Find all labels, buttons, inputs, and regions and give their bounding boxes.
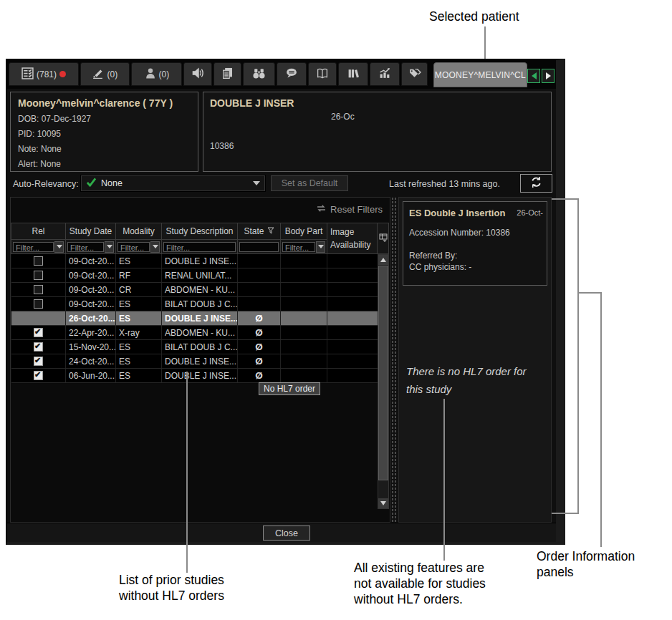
- chat-button[interactable]: [277, 62, 307, 86]
- sign-button[interactable]: (0): [80, 62, 130, 86]
- annotation-line-prior-studies: [186, 372, 188, 573]
- reset-filters-button[interactable]: Reset Filters: [316, 204, 383, 215]
- order-date: 26-Oct-: [517, 208, 543, 217]
- last-refreshed-status: Last refreshed 13 mins ago.: [389, 179, 500, 189]
- tab-scroll-left-button[interactable]: [527, 69, 540, 83]
- reset-filters-label: Reset Filters: [330, 204, 383, 215]
- filter-rel[interactable]: Filter...: [11, 239, 66, 254]
- library-button[interactable]: [338, 62, 368, 86]
- filter-body-part[interactable]: Filter...: [280, 239, 327, 254]
- patient-info-panel: Mooney^melvin^clarence ( 77Y ) DOB: 07-D…: [10, 92, 198, 172]
- tags-button[interactable]: [401, 62, 427, 86]
- book-button[interactable]: [308, 62, 337, 86]
- close-button[interactable]: Close: [263, 525, 310, 541]
- filter-study-date-dropdown[interactable]: [105, 241, 114, 253]
- refresh-button[interactable]: [520, 174, 552, 193]
- filter-funnel-icon: [267, 226, 274, 236]
- toolbar: (781) (0) (0): [7, 60, 556, 89]
- annotation-prior-studies: List of prior studies without HL7 orders: [119, 572, 224, 604]
- no-hl7-order-tooltip: No HL7 order: [259, 382, 320, 395]
- patient-button[interactable]: (0): [131, 62, 183, 86]
- scroll-down-button[interactable]: [378, 498, 388, 508]
- table-row[interactable]: 09-Oct-20...ES BILAT DOUB J C...: [11, 297, 378, 311]
- set-as-default-label: Set as Default: [282, 178, 338, 188]
- auto-relevancy-value: None: [101, 178, 123, 188]
- rel-checkbox[interactable]: [34, 342, 43, 352]
- patient-note: Note: None: [18, 144, 191, 154]
- patient-alert: Alert: None: [18, 159, 191, 169]
- documents-icon: [221, 67, 234, 82]
- scrollbar-thumb[interactable]: [378, 266, 388, 480]
- table-row[interactable]: 24-Oct-20...ES DOUBLE J INSE...Ø: [11, 354, 378, 369]
- filter-modality-dropdown[interactable]: [150, 241, 160, 253]
- refresh-icon: [529, 176, 543, 191]
- patient-pid: PID: 10095: [18, 129, 191, 139]
- patient-tab-label: MOONEY^MELVIN^CL: [435, 70, 526, 80]
- panel-splitter[interactable]: [391, 197, 398, 523]
- statistics-button[interactable]: [370, 62, 400, 86]
- table-row[interactable]: 15-Nov-20...ES BILAT DOUB J C...Ø: [11, 340, 378, 354]
- filter-state[interactable]: [237, 239, 281, 254]
- annotation-features-note: All existing features are not available …: [354, 560, 486, 607]
- annotation-bracket-bottom-tick: [552, 513, 579, 514]
- filter-body-part-dropdown[interactable]: [316, 241, 325, 253]
- tab-scroll-right-button[interactable]: [542, 69, 555, 83]
- col-header-rel[interactable]: Rel: [11, 223, 66, 240]
- col-header-study-description[interactable]: Study Description: [161, 223, 238, 240]
- filter-study-description[interactable]: Filter...: [161, 239, 238, 254]
- table-row[interactable]: 09-Oct-20...ES DOUBLE J INSE...: [11, 254, 378, 268]
- annotation-selected-patient: Selected patient: [429, 9, 519, 24]
- filter-modality[interactable]: Filter...: [115, 239, 162, 254]
- annotation-line-features: [443, 399, 445, 561]
- col-header-image-availability[interactable]: ImageAvailability: [327, 223, 378, 254]
- table-row[interactable]: 22-Apr-20...X-ray ABDOMEN - KU...Ø: [11, 326, 378, 340]
- speaker-button[interactable]: [183, 62, 212, 86]
- green-check-icon: [86, 177, 97, 190]
- col-header-state[interactable]: State: [237, 223, 281, 240]
- patient-name: Mooney^melvin^clarence ( 77Y ): [18, 97, 191, 109]
- screenshot-canvas: (781) (0) (0): [0, 0, 672, 620]
- col-header-modality[interactable]: Modality: [115, 223, 162, 240]
- worklist-button[interactable]: (781): [9, 62, 79, 86]
- rel-checkbox[interactable]: [34, 299, 43, 309]
- rel-checkbox[interactable]: [34, 357, 43, 366]
- rel-checkbox[interactable]: [34, 285, 43, 294]
- patient-tab[interactable]: MOONEY^MELVIN^CL: [433, 62, 527, 87]
- table-row[interactable]: 09-Oct-20...RF RENAL UNILAT...: [11, 268, 378, 283]
- filter-study-date[interactable]: Filter...: [65, 239, 116, 254]
- order-cc-physicians: CC physicians: -: [409, 262, 471, 272]
- documents-button[interactable]: [213, 62, 241, 86]
- col-header-study-date[interactable]: Study Date: [65, 223, 116, 240]
- table-row[interactable]: 09-Oct-20...CR ABDOMEN - KU...: [11, 283, 378, 297]
- chevron-left-icon: [532, 72, 537, 79]
- patient-icon: [144, 67, 156, 82]
- rel-checkbox[interactable]: [34, 256, 43, 266]
- scroll-up-button[interactable]: [378, 255, 388, 265]
- alert-dot-icon: [59, 71, 66, 77]
- rel-checkbox[interactable]: [34, 271, 43, 280]
- study-banner-panel: DOUBLE J INSER 26-Oc 10386: [203, 92, 552, 172]
- col-header-body-part[interactable]: Body Part: [280, 223, 327, 240]
- study-date: 26-Oc: [331, 112, 355, 122]
- chevron-right-icon: [546, 72, 551, 79]
- rel-checkbox[interactable]: [34, 371, 43, 380]
- table-row[interactable]: 06-Jun-20...ES DOUBLE J INSE...Ø: [11, 369, 378, 383]
- tab-scroll-arrows: [527, 69, 555, 83]
- search-binoculars-button[interactable]: [243, 62, 275, 86]
- set-as-default-button[interactable]: Set as Default: [271, 175, 348, 191]
- footer-bar: Close: [7, 523, 556, 542]
- column-chooser-button[interactable]: [377, 223, 389, 254]
- column-chooser-icon: [379, 233, 388, 244]
- patient-count: (0): [159, 69, 170, 79]
- binoculars-icon: [252, 67, 266, 82]
- table-row-selected[interactable]: 26-Oct-20...ES DOUBLE J INSE...Ø: [11, 311, 378, 326]
- filter-rel-dropdown[interactable]: [54, 241, 64, 253]
- order-referred-by: Referred By:: [409, 251, 457, 261]
- table-scrollbar[interactable]: [378, 254, 389, 509]
- auto-relevancy-label: Auto-Relevancy:: [13, 179, 79, 189]
- annotation-line-selected-patient: [484, 26, 486, 59]
- annotation-connector-horizontal: [577, 292, 602, 294]
- auto-relevancy-dropdown[interactable]: None: [81, 175, 265, 191]
- rel-checkbox[interactable]: [34, 328, 43, 337]
- worklist-icon: [21, 67, 34, 82]
